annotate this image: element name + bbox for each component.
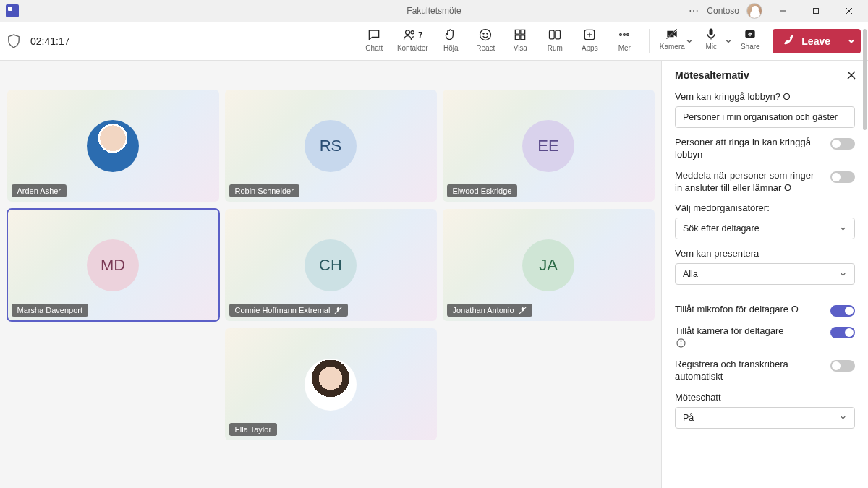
minimize-button[interactable]	[770, 2, 796, 20]
participant-tile[interactable]: Arden Asher	[7, 90, 219, 202]
raise-hand-button[interactable]: Höja	[433, 25, 468, 57]
more-button[interactable]: Mer	[607, 25, 642, 57]
meeting-toolbar: 02:41:17 Chatt 7 Kontakter Höja React Vi…	[0, 22, 868, 61]
teams-logo-icon	[6, 4, 19, 17]
record-label: Registrera och transkribera automatiskt	[675, 359, 823, 383]
participant-photo	[305, 359, 357, 411]
camera-button[interactable]: Kamera	[657, 25, 687, 57]
call-timer: 02:41:17	[30, 35, 70, 47]
allow-mic-toggle[interactable]	[830, 305, 855, 317]
people-count: 7	[418, 30, 422, 39]
scrollbar[interactable]	[863, 29, 867, 130]
mic-muted-icon	[519, 307, 527, 314]
chevron-down-icon	[839, 414, 847, 421]
presenter-label: Vem kan presentera	[675, 248, 855, 260]
avatar[interactable]	[746, 3, 762, 19]
dialin-bypass-label: Personer att ringa in kan kringgå lobbyn	[675, 137, 823, 161]
leave-chevron[interactable]	[841, 29, 861, 53]
mic-muted-icon	[334, 307, 342, 314]
participant-photo	[87, 120, 139, 172]
close-icon[interactable]	[846, 70, 856, 80]
toolbar-divider	[649, 29, 650, 53]
participant-initials: CH	[305, 239, 357, 291]
announce-label: Meddela när personer som ringer in anslu…	[675, 170, 823, 194]
svg-point-19	[624, 33, 626, 35]
dialin-bypass-toggle[interactable]	[830, 138, 855, 150]
nameplate: Marsha Davenport	[12, 304, 89, 317]
nameplate: Ella Taylor	[229, 423, 278, 436]
coorganizers-label: Välj medorganisatörer:	[675, 202, 855, 215]
hangup-icon	[783, 35, 796, 48]
allow-camera-label: Tillåt kamera för deltagare	[675, 325, 784, 350]
mic-chevron[interactable]	[726, 25, 735, 57]
svg-point-4	[406, 30, 410, 34]
participant-initials: MD	[87, 239, 139, 291]
view-button[interactable]: Visa	[503, 25, 537, 57]
svg-point-6	[480, 29, 491, 40]
react-button[interactable]: React	[468, 25, 503, 57]
svg-rect-23	[710, 28, 713, 35]
participant-initials: JA	[522, 239, 574, 291]
record-toggle[interactable]	[830, 360, 855, 372]
participant-tile[interactable]: MD Marsha Davenport	[7, 209, 219, 321]
apps-button[interactable]: Apps	[572, 25, 607, 57]
svg-rect-13	[550, 30, 555, 39]
presenter-select[interactable]: Alla	[675, 263, 855, 285]
coorganizers-select[interactable]: Sök efter deltagare	[675, 218, 855, 239]
svg-point-7	[483, 33, 484, 33]
nameplate: Arden Asher	[12, 184, 67, 197]
participant-tile[interactable]: EE Elwood Eskridge	[443, 90, 655, 202]
svg-point-8	[487, 33, 488, 33]
video-stage: Arden Asher RS Robin Schneider EE Elwood…	[0, 61, 661, 488]
panel-title: Mötesalternativ	[675, 69, 749, 81]
chat-button[interactable]: Chatt	[357, 25, 391, 57]
svg-rect-1	[814, 9, 819, 14]
participant-tile[interactable]: Ella Taylor	[225, 328, 437, 440]
participant-tile[interactable]: RS Robin Schneider	[225, 90, 437, 202]
svg-point-5	[411, 30, 414, 33]
chevron-down-icon	[839, 270, 847, 278]
meeting-chat-label: Möteschatt	[675, 392, 855, 404]
svg-point-35	[681, 341, 681, 341]
close-button[interactable]	[836, 2, 862, 20]
svg-rect-14	[556, 30, 561, 39]
svg-point-18	[620, 33, 622, 35]
more-icon[interactable]: ⋯	[689, 5, 699, 17]
meeting-chat-select[interactable]: På	[675, 407, 855, 429]
svg-rect-10	[521, 30, 525, 34]
lobby-select[interactable]: Personer i min organisation och gäster	[675, 106, 855, 128]
shield-icon[interactable]	[7, 34, 20, 48]
titlebar: Fakultetsmöte ⋯ Contoso	[0, 0, 868, 22]
nameplate: Robin Schneider	[229, 184, 299, 197]
leave-button[interactable]: Leave	[773, 29, 841, 53]
org-name: Contoso	[707, 6, 739, 16]
participant-initials: EE	[522, 120, 574, 172]
meeting-options-panel: Mötesalternativ Vem kan kringgå lobbyn? …	[661, 61, 868, 488]
people-button[interactable]: 7 Kontakter	[391, 25, 433, 57]
participant-tile[interactable]: JA Jonathan Antonio	[443, 209, 655, 321]
participant-tile[interactable]: CH Connie Hoffmann Extremal	[225, 209, 437, 321]
announce-toggle[interactable]	[830, 171, 855, 183]
allow-camera-toggle[interactable]	[830, 327, 855, 338]
maximize-button[interactable]	[803, 2, 829, 20]
nameplate: Jonathan Antonio	[447, 304, 532, 317]
mic-button[interactable]: Mic	[696, 25, 726, 57]
rooms-button[interactable]: Rum	[537, 25, 572, 57]
svg-rect-11	[516, 35, 520, 39]
svg-rect-12	[521, 35, 525, 39]
svg-point-20	[627, 33, 629, 35]
share-button[interactable]: Share	[735, 25, 765, 57]
nameplate: Elwood Eskridge	[447, 184, 518, 197]
info-icon	[676, 338, 686, 348]
lobby-label: Vem kan kringgå lobbyn? O	[675, 91, 855, 103]
participant-initials: RS	[305, 120, 357, 172]
chevron-down-icon	[839, 225, 847, 233]
svg-rect-9	[516, 30, 520, 34]
nameplate: Connie Hoffmann Extremal	[229, 304, 349, 317]
meeting-title: Fakultetsmöte	[407, 6, 461, 16]
allow-mic-label: Tillåt mikrofon för deltagare O	[675, 304, 799, 316]
camera-chevron[interactable]	[687, 25, 696, 57]
